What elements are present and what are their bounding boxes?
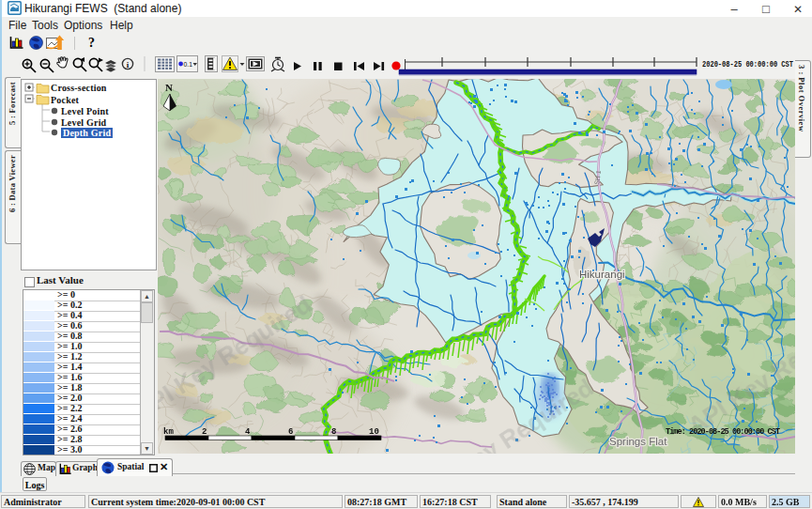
- svg-text:8: 8: [331, 427, 336, 437]
- svg-text:km: km: [163, 427, 174, 437]
- svg-text:6: 6: [288, 427, 293, 437]
- svg-text:2020-08-25 00:00:00 CST: 2020-08-25 00:00:00 CST: [702, 59, 793, 69]
- svg-text:0.1: 0.1: [184, 61, 193, 68]
- svg-text:10: 10: [369, 427, 379, 437]
- svg-text:2: 2: [202, 427, 207, 437]
- svg-text:Hikurangi: Hikurangi: [579, 269, 625, 280]
- svg-text:Time: 2020-08-25 00:00:00 CST: Time: 2020-08-25 00:00:00 CST: [666, 427, 780, 437]
- svg-text:i: i: [127, 60, 130, 69]
- svg-text:N: N: [165, 82, 173, 93]
- svg-text:4: 4: [245, 427, 251, 437]
- svg-text:Springs Flat: Springs Flat: [609, 436, 667, 447]
